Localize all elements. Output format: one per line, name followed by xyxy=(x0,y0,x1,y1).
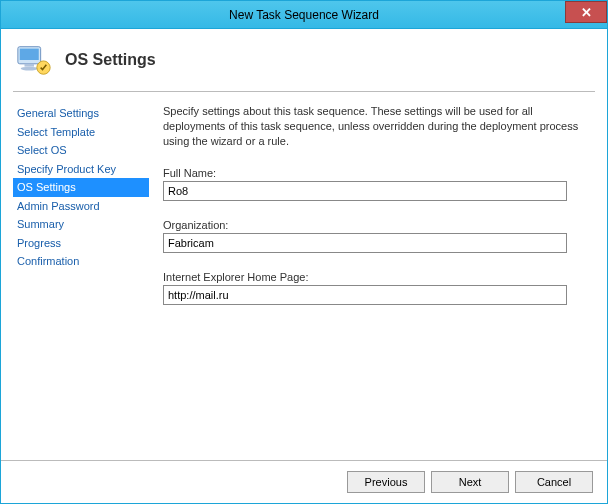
sidebar: General Settings Select Template Select … xyxy=(13,104,149,460)
sidebar-item-confirmation[interactable]: Confirmation xyxy=(13,252,149,271)
header: OS Settings xyxy=(1,29,607,91)
svg-rect-1 xyxy=(20,49,39,60)
organization-input[interactable] xyxy=(163,233,567,253)
body: General Settings Select Template Select … xyxy=(1,92,607,460)
sidebar-item-summary[interactable]: Summary xyxy=(13,215,149,234)
page-title: OS Settings xyxy=(65,51,156,69)
ie-home-field: Internet Explorer Home Page: xyxy=(163,271,595,305)
window-title: New Task Sequence Wizard xyxy=(229,8,379,22)
wizard-window: New Task Sequence Wizard ✕ OS Settings G… xyxy=(0,0,608,504)
cancel-button[interactable]: Cancel xyxy=(515,471,593,493)
svg-point-3 xyxy=(21,67,38,71)
sidebar-item-progress[interactable]: Progress xyxy=(13,234,149,253)
organization-field: Organization: xyxy=(163,219,595,253)
organization-label: Organization: xyxy=(163,219,595,231)
sidebar-item-admin-password[interactable]: Admin Password xyxy=(13,197,149,216)
sidebar-item-general-settings[interactable]: General Settings xyxy=(13,104,149,123)
svg-rect-2 xyxy=(25,64,35,67)
footer: Previous Next Cancel xyxy=(1,460,607,503)
full-name-label: Full Name: xyxy=(163,167,595,179)
sidebar-item-specify-product-key[interactable]: Specify Product Key xyxy=(13,160,149,179)
close-button[interactable]: ✕ xyxy=(565,1,607,23)
full-name-field: Full Name: xyxy=(163,167,595,201)
main-panel: Specify settings about this task sequenc… xyxy=(163,104,595,460)
sidebar-item-select-template[interactable]: Select Template xyxy=(13,123,149,142)
previous-button[interactable]: Previous xyxy=(347,471,425,493)
sidebar-item-select-os[interactable]: Select OS xyxy=(13,141,149,160)
sidebar-item-os-settings[interactable]: OS Settings xyxy=(13,178,149,197)
close-icon: ✕ xyxy=(581,5,592,20)
ie-home-input[interactable] xyxy=(163,285,567,305)
ie-home-label: Internet Explorer Home Page: xyxy=(163,271,595,283)
titlebar: New Task Sequence Wizard ✕ xyxy=(1,1,607,29)
full-name-input[interactable] xyxy=(163,181,567,201)
description-text: Specify settings about this task sequenc… xyxy=(163,104,595,149)
next-button[interactable]: Next xyxy=(431,471,509,493)
computer-icon xyxy=(15,41,53,79)
